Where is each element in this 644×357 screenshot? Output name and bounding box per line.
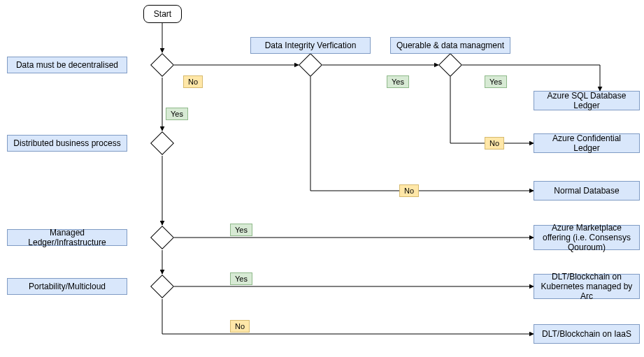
- question-data-integrity: Data Integrity Verfication: [250, 37, 371, 54]
- flowchart-canvas: Start Data must be decentralised Distrib…: [0, 0, 644, 357]
- outcome-marketplace-label: Azure Marketplace offering (i.e. Consens…: [538, 223, 635, 252]
- question-data-integrity-label: Data Integrity Verfication: [265, 41, 357, 50]
- decision-managed-diamond: [150, 226, 174, 249]
- question-managed: Managed Ledger/Infrastructure: [7, 229, 127, 246]
- outcome-iaas: DLT/Blockchain on IaaS: [534, 324, 640, 344]
- question-distributed: Distributed business process: [7, 135, 127, 152]
- edge-label-yes: Yes: [166, 108, 188, 120]
- outcome-marketplace: Azure Marketplace offering (i.e. Consens…: [534, 225, 640, 250]
- outcome-sql-ledger-label: Azure SQL Database Ledger: [538, 91, 635, 110]
- start-label: Start: [154, 9, 171, 19]
- decision-portability-diamond: [150, 275, 174, 298]
- decision-distributed-diamond: [150, 131, 174, 155]
- question-decentralised-label: Data must be decentralised: [16, 60, 118, 70]
- decision-decentralised-diamond: [150, 53, 174, 77]
- edge-label-no: No: [399, 184, 419, 197]
- question-querable-label: Querable & data managment: [396, 41, 504, 50]
- edge-label-no: No: [183, 75, 203, 88]
- question-querable: Querable & data managment: [390, 37, 510, 54]
- outcome-sql-ledger: Azure SQL Database Ledger: [534, 91, 640, 110]
- outcome-normal-database-label: Normal Database: [554, 186, 619, 196]
- edge-label-yes: Yes: [230, 224, 252, 236]
- question-distributed-label: Distributed business process: [13, 138, 120, 148]
- outcome-confidential-ledger: Azure Confidential Ledger: [534, 133, 640, 153]
- outcome-iaas-label: DLT/Blockchain on IaaS: [542, 329, 631, 339]
- question-decentralised: Data must be decentralised: [7, 57, 127, 73]
- edge-label-yes: Yes: [230, 272, 252, 285]
- edge-label-yes: Yes: [387, 75, 409, 88]
- question-portability-label: Portability/Multicloud: [29, 282, 106, 291]
- question-managed-label: Managed Ledger/Infrastructure: [12, 228, 122, 247]
- question-portability: Portability/Multicloud: [7, 278, 127, 295]
- edge-label-no: No: [485, 137, 504, 150]
- outcome-kubernetes-arc: DLT/Blockchain on Kubernetes managed by …: [534, 274, 640, 299]
- edge-label-yes: Yes: [485, 75, 507, 88]
- decision-data-integrity-diamond: [299, 53, 322, 77]
- outcome-confidential-ledger-label: Azure Confidential Ledger: [538, 133, 635, 153]
- decision-querable-diamond: [438, 53, 462, 77]
- start-node: Start: [143, 5, 182, 23]
- outcome-normal-database: Normal Database: [534, 181, 640, 201]
- edge-label-no: No: [230, 320, 250, 333]
- outcome-kubernetes-arc-label: DLT/Blockchain on Kubernetes managed by …: [538, 272, 635, 301]
